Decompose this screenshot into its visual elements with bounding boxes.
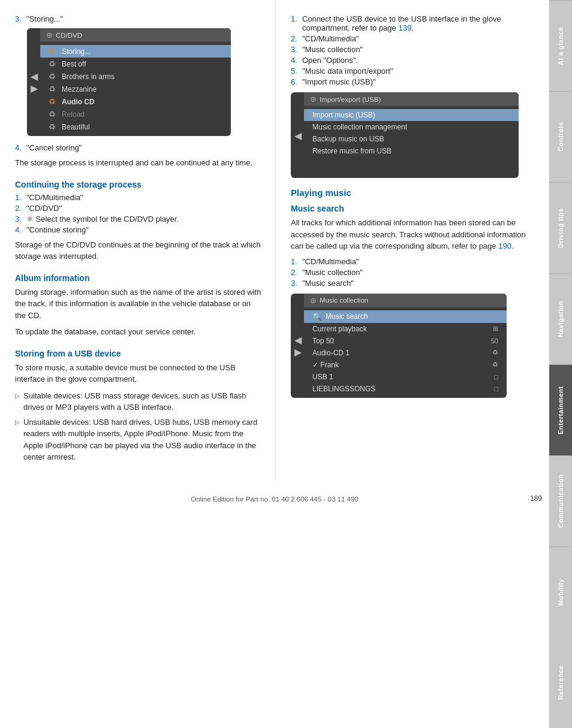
sidebar: At a glance Controls Driving tips Naviga… xyxy=(549,0,572,728)
cddvd-title: ⊛ CD/DVD xyxy=(40,28,231,42)
import-row-mc-mgmt: Music collection management xyxy=(304,121,519,133)
continuing-step-1: 1. "CD/Multimedia" xyxy=(15,193,263,202)
cddvd-row-brothers: ♻ Brothers in arms xyxy=(40,70,231,83)
sidebar-tab-communication[interactable]: Communication xyxy=(549,455,572,546)
storing-usb-text: To store music, a suitable device must b… xyxy=(15,362,263,385)
usb-step-1: 1. Connect the USB device to the USB int… xyxy=(291,14,537,32)
usb-bullet-list: Suitable devices: USB mass storage devic… xyxy=(15,390,263,463)
usb-step-3: 3. "Music collection" xyxy=(291,45,537,54)
mc-row-current-playback: Current playback ⊞ xyxy=(304,323,507,335)
import-export-icon: ⊛ xyxy=(310,95,317,104)
music-search-steps: 1. "CD/Multimedia" 2. "Music collection"… xyxy=(291,257,537,288)
lieblingssongs-badge: □ xyxy=(494,385,498,392)
cddvd-row-storing: ♻ Storing... xyxy=(40,45,231,58)
sidebar-tab-entertainment[interactable]: Entertainment xyxy=(549,364,572,455)
top50-badge: 50 xyxy=(491,337,498,345)
mc-row-top50: Top 50 50 xyxy=(304,335,507,347)
import-row-import-usb: Import music (USB) xyxy=(304,109,519,121)
page-139-link[interactable]: 139 xyxy=(398,23,411,32)
mc-icon: ⊛ xyxy=(310,296,317,305)
ms-step-3: 3. "Music search" xyxy=(291,279,537,288)
album-text2: To update the database, contact your ser… xyxy=(15,326,263,338)
continuing-step-3: 3. ⚛ Select the symbol for the CD/DVD pl… xyxy=(15,215,263,223)
continuing-step-2: 2. "CD/DVD" xyxy=(15,204,263,213)
nav-arrows: ◀ ▶ xyxy=(31,71,38,94)
right-column: 1. Connect the USB device to the USB int… xyxy=(276,0,549,480)
sidebar-tab-driving-tips[interactable]: Driving tips xyxy=(549,182,572,273)
mc-row-audiocd1: Audio-CD 1 ♻ xyxy=(304,347,507,359)
mc-title: ⊛ Music collection xyxy=(304,294,507,307)
continuing-text: Storage of the CD/DVD continues at the b… xyxy=(15,239,263,262)
beautiful-icon: ♻ xyxy=(49,122,58,131)
cddvd-icon: ⊛ xyxy=(46,31,53,40)
step-3-storing: 3. "Storing..." xyxy=(15,14,263,23)
usb-step-6: 6. "Import music (USB)" xyxy=(291,77,537,86)
music-collection-ui-box: ◀ ▶ ⊛ Music collection 🔍 Music search Cu… xyxy=(291,294,507,398)
import-row-backup: Backup music on USB xyxy=(304,133,519,145)
cddvd-row-mezzanine: ♻ Mezzanine xyxy=(40,83,231,95)
sidebar-tab-mobility[interactable]: Mobility xyxy=(549,546,572,638)
mc-body: 🔍 Music search Current playback ⊞ Top 50… xyxy=(304,307,507,398)
left-column: 3. "Storing..." ◀ ▶ ⊛ CD/DVD ♻ Storing. xyxy=(0,0,276,480)
cddvd-row-bestoff: ♻ Best off xyxy=(40,58,231,70)
mc-row-music-search: 🔍 Music search xyxy=(304,310,507,323)
import-nav-arrows: ◀ xyxy=(294,129,302,141)
import-row-restore: Restore music from USB xyxy=(304,145,519,157)
mc-row-lieblingssongs: LIEBLINGSSONGS □ xyxy=(304,383,507,395)
usb-step-2: 2. "CD/Multimedia" xyxy=(291,34,537,43)
sidebar-tab-at-a-glance[interactable]: At a glance xyxy=(549,0,572,91)
playing-music-heading: Playing music xyxy=(291,188,537,198)
album-heading: Album information xyxy=(15,273,263,283)
album-text1: During storage, information such as the … xyxy=(15,286,263,322)
audiocd-icon: ♻ xyxy=(49,97,58,106)
usb-step-5: 5. "Music data import/export" xyxy=(291,67,537,75)
continuing-steps: 1. "CD/Multimedia" 2. "CD/DVD" 3. ⚛ Sele… xyxy=(15,193,263,234)
ms-step-2: 2. "Music collection" xyxy=(291,268,537,277)
ms-step-1: 1. "CD/Multimedia" xyxy=(291,257,537,266)
bestoff-icon: ♻ xyxy=(49,59,58,68)
page-190-link[interactable]: 190 xyxy=(498,241,511,250)
usb-steps: 1. Connect the USB device to the USB int… xyxy=(291,14,537,86)
music-search-icon: 🔍 xyxy=(312,312,322,321)
current-playback-badge: ⊞ xyxy=(493,325,498,333)
continuing-heading: Continuing the storage process xyxy=(15,180,263,189)
brothers-icon: ♻ xyxy=(49,72,58,81)
cddvd-body: ♻ Storing... ♻ Best off ♻ Brothers in ar… xyxy=(40,42,231,136)
frank-badge: ♻ xyxy=(492,361,498,368)
mezzanine-icon: ♻ xyxy=(49,84,58,93)
step4-text: The storage process is interrupted and c… xyxy=(15,157,263,169)
sidebar-tab-reference[interactable]: Reference xyxy=(549,638,572,728)
reload-icon: ♻ xyxy=(49,110,58,119)
cddvd-ui-box: ◀ ▶ ⊛ CD/DVD ♻ Storing... ♻ Best off xyxy=(27,28,231,136)
cddvd-row-audiocd: ♻ Audio CD xyxy=(40,95,231,108)
continuing-step-4: 4. "Continue storing" xyxy=(15,225,263,234)
storing-usb-heading: Storing from a USB device xyxy=(15,349,263,358)
cddvd-row-beautiful: ♻ Beautiful xyxy=(40,120,231,133)
cddvd-row-reload: ♻ Reload xyxy=(40,108,231,120)
mc-nav-arrows: ◀ ▶ xyxy=(294,334,302,357)
import-export-ui-box: ◀ ⊛ Import/export (USB) Import music (US… xyxy=(291,92,519,178)
bullet-unsuitable: Unsuitable devices: USB hard drives, USB… xyxy=(15,416,263,463)
mc-row-frank: ✓ Frank ♻ xyxy=(304,359,507,371)
import-export-body: Import music (USB) Music collection mana… xyxy=(304,106,519,178)
mc-row-usb1: USB 1 □ xyxy=(304,371,507,383)
storing-icon: ♻ xyxy=(49,47,58,56)
music-search-heading: Music search xyxy=(291,204,537,213)
audiocd1-badge: ♻ xyxy=(492,349,498,357)
import-export-title: ⊛ Import/export (USB) xyxy=(304,92,519,106)
sidebar-tab-navigation[interactable]: Navigation xyxy=(549,273,572,364)
footer-text: Online Edition for Part no. 01 40 2 606 … xyxy=(0,496,549,503)
bullet-suitable: Suitable devices: USB mass storage devic… xyxy=(15,390,263,413)
usb-step-4: 4. Open "Options". xyxy=(291,56,537,65)
usb1-badge: □ xyxy=(494,373,498,380)
step-4-cancel: 4. "Cancel storing" xyxy=(15,143,263,152)
sidebar-tab-controls[interactable]: Controls xyxy=(549,91,572,182)
music-search-text: All tracks for which additional informat… xyxy=(291,217,537,252)
